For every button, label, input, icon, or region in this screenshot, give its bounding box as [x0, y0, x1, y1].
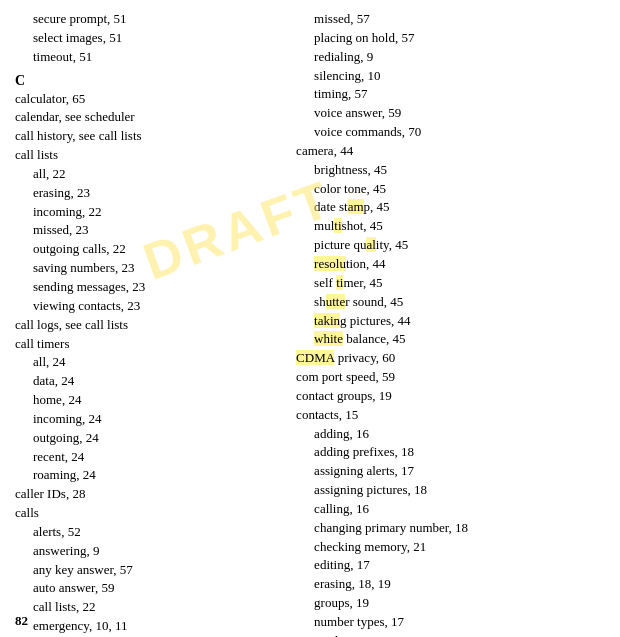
- list-item: recent, 24: [15, 448, 281, 467]
- list-item: contacts, 15: [296, 406, 605, 425]
- list-item: changing primary number, 18: [296, 519, 605, 538]
- list-item: placing on hold, 57: [296, 29, 605, 48]
- list-item: answering, 9: [15, 542, 281, 561]
- list-item: multishot, 45: [296, 217, 605, 236]
- list-item: calling, 16: [296, 500, 605, 519]
- list-item: roaming, 24: [15, 466, 281, 485]
- list-item: sending messages, 16, 17: [296, 632, 605, 637]
- list-item: number types, 17: [296, 613, 605, 632]
- list-item: color tone, 45: [296, 180, 605, 199]
- list-item: erasing, 18, 19: [296, 575, 605, 594]
- index-content: secure prompt, 51 select images, 51 time…: [15, 10, 605, 637]
- list-item: voice answer, 59: [296, 104, 605, 123]
- list-item: sending messages, 23: [15, 278, 281, 297]
- list-item: missed, 57: [296, 10, 605, 29]
- section-header-c: C: [15, 73, 281, 89]
- list-item: self timer, 45: [296, 274, 605, 293]
- list-item: contact groups, 19: [296, 387, 605, 406]
- list-item: emergency, 10, 11: [15, 617, 281, 636]
- list-item: taking pictures, 44: [296, 312, 605, 331]
- list-item: call logs, see call lists: [15, 316, 281, 335]
- list-item: missed, 23: [15, 221, 281, 240]
- list-item: white balance, 45: [296, 330, 605, 349]
- list-item: all, 22: [15, 165, 281, 184]
- list-item: checking memory, 21: [296, 538, 605, 557]
- list-item: groups, 19: [296, 594, 605, 613]
- list-item: assigning pictures, 18: [296, 481, 605, 500]
- list-item: calculator, 65: [15, 90, 281, 109]
- list-item: CDMA privacy, 60: [296, 349, 605, 368]
- list-item: secure prompt, 51: [15, 10, 281, 29]
- list-item: timing, 57: [296, 85, 605, 104]
- list-item: shutter sound, 45: [296, 293, 605, 312]
- list-item: call history, see call lists: [15, 127, 281, 146]
- list-item: timeout, 51: [15, 48, 281, 67]
- list-item: any key answer, 57: [15, 561, 281, 580]
- list-item: incoming, 24: [15, 410, 281, 429]
- right-column: missed, 57 placing on hold, 57 redialing…: [291, 10, 605, 637]
- left-column: secure prompt, 51 select images, 51 time…: [15, 10, 291, 637]
- list-item: viewing contacts, 23: [15, 297, 281, 316]
- list-item: calls: [15, 504, 281, 523]
- list-item: caller IDs, 28: [15, 485, 281, 504]
- list-item: outgoing calls, 22: [15, 240, 281, 259]
- list-item: incoming, 22: [15, 203, 281, 222]
- list-item: silencing, 10: [296, 67, 605, 86]
- list-item: assigning alerts, 17: [296, 462, 605, 481]
- list-item: picture quality, 45: [296, 236, 605, 255]
- list-item: camera, 44: [296, 142, 605, 161]
- list-item: saving numbers, 23: [15, 259, 281, 278]
- list-item: call timers: [15, 335, 281, 354]
- list-item: all, 24: [15, 353, 281, 372]
- list-item: adding prefixes, 18: [296, 443, 605, 462]
- list-item: resolution, 44: [296, 255, 605, 274]
- list-item: call lists, 22: [15, 598, 281, 617]
- list-item: outgoing, 24: [15, 429, 281, 448]
- page-number: 82: [15, 613, 28, 629]
- list-item: adding, 16: [296, 425, 605, 444]
- list-item: home, 24: [15, 391, 281, 410]
- list-item: brightness, 45: [296, 161, 605, 180]
- list-item: calendar, see scheduler: [15, 108, 281, 127]
- list-item: voice commands, 70: [296, 123, 605, 142]
- list-item: alerts, 52: [15, 523, 281, 542]
- list-item: editing, 17: [296, 556, 605, 575]
- list-item: redialing, 9: [296, 48, 605, 67]
- list-item: date stamp, 45: [296, 198, 605, 217]
- list-item: call lists: [15, 146, 281, 165]
- page-container: DRAFT secure prompt, 51 select images, 5…: [0, 0, 620, 637]
- list-item: auto answer, 59: [15, 579, 281, 598]
- list-item: data, 24: [15, 372, 281, 391]
- list-item: select images, 51: [15, 29, 281, 48]
- list-item: erasing, 23: [15, 184, 281, 203]
- list-item: com port speed, 59: [296, 368, 605, 387]
